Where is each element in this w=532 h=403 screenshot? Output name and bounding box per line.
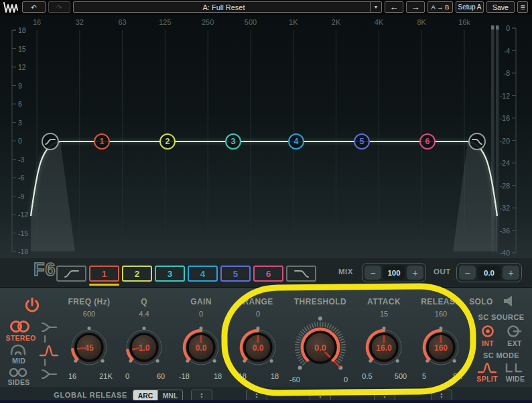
sc-mode-split-button[interactable]: [477, 362, 497, 374]
sc-source-label: SC SOURCE: [474, 313, 528, 321]
mid-button[interactable]: [9, 343, 27, 355]
meter-scale-label: 0: [493, 24, 510, 32]
value-stepper[interactable]: ▲▼: [374, 390, 395, 401]
undo-icon: ↶: [31, 3, 37, 11]
range-knob[interactable]: 0.0: [230, 319, 286, 376]
menu-button[interactable]: ≡: [517, 1, 528, 13]
stepper-down-icon[interactable]: ▼: [319, 396, 322, 399]
prev-preset-button[interactable]: ←: [385, 1, 403, 13]
range-label: RANGE: [230, 297, 286, 306]
stereo-button[interactable]: [9, 320, 31, 333]
meter-scale-label: -20: [493, 137, 510, 145]
out-plus-button[interactable]: +: [503, 266, 519, 280]
band-node-1[interactable]: 1: [94, 133, 110, 150]
band-shape-bell-icon[interactable]: [39, 344, 59, 357]
gain-default-value: 0: [173, 310, 229, 318]
a-to-b-button[interactable]: A → B: [427, 1, 453, 13]
wide-label[interactable]: WIDE: [503, 375, 528, 383]
out-label: OUT: [434, 268, 451, 276]
db-scale-label: -18: [18, 247, 28, 255]
stereo-label[interactable]: STEREO: [0, 334, 42, 342]
gain-knob[interactable]: 0.0: [173, 319, 229, 376]
q-knob[interactable]: 1.0: [116, 319, 172, 376]
out-value[interactable]: 0.0: [478, 266, 501, 280]
q-label: Q: [116, 297, 172, 306]
low-cut-filter-icon: [63, 268, 80, 279]
freq-scale-label: 16k: [450, 18, 479, 26]
setup-a-button[interactable]: Setup A: [456, 1, 484, 13]
range-max-label: 18: [264, 372, 285, 380]
stepper-down-icon[interactable]: ▼: [383, 396, 387, 399]
preset-bar[interactable]: A: Full Reset ▼: [73, 1, 382, 13]
band-shape-shelf-down-icon[interactable]: [40, 367, 58, 381]
release-min-label: 5: [413, 372, 435, 380]
gain-max-label: 18: [207, 372, 228, 380]
mix-minus-button[interactable]: −: [364, 266, 381, 280]
high-cut-band-button[interactable]: [286, 266, 316, 282]
band-button-3[interactable]: 3: [155, 266, 185, 282]
value-stepper[interactable]: ▲▼: [431, 390, 452, 401]
band-node-5[interactable]: 5: [354, 133, 370, 150]
freq-knob[interactable]: 45: [61, 319, 117, 376]
knob-group-attack: ATTACK1516.00.5500: [356, 288, 412, 388]
mnl-button[interactable]: MNL: [157, 390, 182, 400]
knob-group-q: Q4.41.0060: [116, 288, 172, 388]
low-cut-band-button[interactable]: [56, 266, 86, 282]
left-arrow-icon: ←: [390, 2, 399, 12]
band-button-2[interactable]: 2: [122, 266, 152, 282]
threshold-value: 0.0: [314, 343, 326, 353]
db-scale-label: -6: [18, 174, 24, 182]
power-button[interactable]: [23, 296, 42, 315]
range-default-value: 0: [230, 310, 286, 318]
stepper-down-icon[interactable]: ▼: [255, 396, 259, 399]
undo-button[interactable]: ↶: [22, 1, 46, 13]
range-min-label: -18: [230, 372, 252, 380]
freq-scale-label: 4K: [364, 18, 393, 26]
knob-group-freq: FREQ (Hz)600451621K: [61, 288, 117, 388]
attack-knob[interactable]: 16.0: [356, 319, 412, 376]
sides-label[interactable]: SIDES: [0, 378, 38, 386]
db-scale-label: 3: [18, 119, 22, 127]
db-scale-label: 12: [18, 63, 26, 71]
band-node-4[interactable]: 4: [288, 133, 304, 150]
band-shape-shelf-up-icon[interactable]: [40, 321, 58, 334]
band-button-5[interactable]: 5: [220, 266, 251, 282]
threshold-knob[interactable]: 0.0: [283, 310, 357, 384]
sc-source-ext-button[interactable]: [507, 324, 523, 339]
freq-value: 45: [84, 343, 94, 353]
waves-logo: [3, 2, 19, 13]
threshold-label: THRESHOLD: [283, 297, 357, 306]
sc-mode-wide-button[interactable]: [505, 363, 523, 373]
band-node-6[interactable]: 6: [419, 133, 436, 150]
mid-label[interactable]: MID: [0, 357, 38, 365]
value-stepper[interactable]: ▲▼: [310, 390, 331, 401]
sc-source-int-button[interactable]: [480, 324, 495, 339]
value-stepper[interactable]: ▲▼: [191, 390, 212, 401]
arc-button[interactable]: ARC: [133, 390, 157, 400]
ext-label[interactable]: EXT: [504, 339, 525, 347]
high-cut-node[interactable]: [468, 133, 486, 150]
band-button-6[interactable]: 6: [253, 266, 283, 282]
next-preset-button[interactable]: →: [406, 1, 425, 13]
low-cut-node[interactable]: [42, 133, 59, 150]
band-node-3[interactable]: 3: [225, 133, 241, 150]
stepper-down-icon[interactable]: ▼: [200, 396, 204, 399]
redo-button[interactable]: ↷: [48, 1, 70, 13]
mix-value[interactable]: 100: [383, 266, 405, 280]
band-node-2[interactable]: 2: [159, 133, 176, 150]
save-button[interactable]: Save: [486, 1, 515, 13]
band-button-1[interactable]: 1: [89, 266, 119, 282]
solo-speaker-icon[interactable]: [503, 296, 516, 306]
redo-icon: ↷: [56, 3, 62, 11]
stepper-down-icon[interactable]: ▼: [440, 396, 444, 399]
value-stepper[interactable]: ▲▼: [246, 390, 267, 401]
sides-button[interactable]: [9, 367, 27, 378]
release-knob[interactable]: 160: [413, 319, 469, 376]
int-label[interactable]: INT: [477, 339, 498, 347]
preset-dropdown-icon[interactable]: ▼: [370, 2, 381, 12]
out-minus-button[interactable]: −: [459, 266, 476, 280]
band-button-4[interactable]: 4: [188, 266, 218, 282]
threshold-max-label: 0: [335, 376, 356, 384]
split-label[interactable]: SPLIT: [473, 375, 501, 383]
mix-plus-button[interactable]: +: [407, 266, 423, 280]
